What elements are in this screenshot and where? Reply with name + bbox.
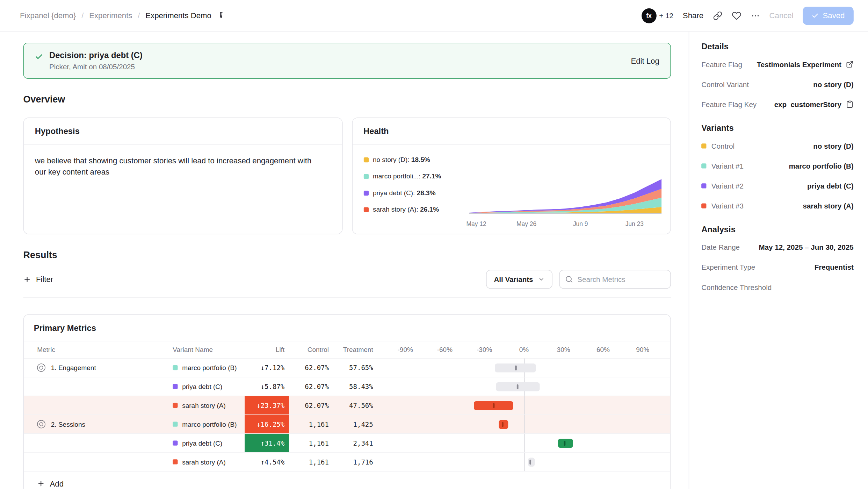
- copy-link-icon[interactable]: [713, 11, 722, 20]
- lift-value: ↑31.4%: [245, 434, 289, 452]
- metric-row[interactable]: sarah story (A)↓23.37%62.07%47.56%: [24, 396, 670, 415]
- lift-point-marker: [564, 440, 566, 445]
- variant-swatch: [701, 203, 706, 208]
- external-link-icon[interactable]: [846, 61, 854, 68]
- variant-swatch: [173, 403, 178, 408]
- hypothesis-text: we believe that showing customer stories…: [24, 144, 323, 189]
- metric-target-icon: [37, 363, 45, 372]
- variant-swatch: [173, 422, 178, 427]
- variant-name: sarah story (A): [182, 458, 226, 466]
- overview-cards: Hypothesis we believe that showing custo…: [23, 118, 671, 234]
- topbar: Fixpanel {demo} / Experiments / Experime…: [0, 0, 868, 31]
- analysis-rows: Date RangeMay 12, 2025 – Jun 30, 2025Exp…: [701, 237, 854, 297]
- legend-label: marco portfoli...: 27.1%: [373, 172, 441, 180]
- cancel-button[interactable]: Cancel: [769, 11, 794, 20]
- x-axis-label: Jun 9: [573, 221, 588, 227]
- variant-swatch: [173, 365, 178, 370]
- main-content: Decision: priya debt (C) Picker, Amit on…: [0, 31, 689, 489]
- sidebar-value: sarah story (A): [803, 201, 853, 210]
- breadcrumb-workspace[interactable]: Fixpanel {demo}: [20, 11, 76, 20]
- variant-cell: marco portfolio (B): [173, 415, 245, 433]
- sidebar-label: Variant #2: [701, 182, 744, 190]
- breadcrumb-separator: /: [138, 11, 140, 20]
- metric-name: 2. Sessions: [51, 420, 85, 428]
- health-chart: May 12May 26Jun 9Jun 23: [462, 150, 666, 232]
- sidebar-value: no story (D): [813, 80, 854, 88]
- treatment-value: 1,716: [333, 453, 378, 471]
- decision-check-icon: [35, 52, 43, 61]
- sidebar-value: Frequentist: [815, 263, 854, 271]
- topbar-actions: fx + 12 Share Cancel Saved: [642, 6, 854, 24]
- legend-item: priya debt (C): 28.3%: [363, 189, 462, 197]
- column-lift: Lift: [245, 341, 289, 358]
- treatment-value: 47.56%: [333, 396, 378, 414]
- zero-axis-line: [524, 453, 525, 471]
- add-filter-button[interactable]: Filter: [23, 275, 53, 284]
- metrics-table-body: 1. Engagementmarco portfolio (B)↓7.12%62…: [24, 359, 670, 472]
- lift-point-marker: [515, 365, 517, 370]
- metric-row[interactable]: priya debt (C)↑31.4%1,1612,341: [24, 434, 670, 453]
- legend-item: marco portfoli...: 27.1%: [363, 172, 462, 180]
- control-value: 62.07%: [289, 377, 333, 396]
- breadcrumb-experiments[interactable]: Experiments: [89, 11, 132, 20]
- variant-cell: priya debt (C): [173, 434, 245, 452]
- saved-label: Saved: [823, 11, 845, 20]
- add-metric-button[interactable]: Add: [24, 472, 73, 489]
- axis-tick-label: -90%: [397, 346, 413, 354]
- overview-heading: Overview: [23, 94, 671, 105]
- add-label: Add: [50, 479, 64, 488]
- plus-icon: [37, 480, 45, 488]
- confidence-interval-cell: [377, 377, 670, 396]
- legend-label: priya debt (C): 28.3%: [373, 189, 436, 197]
- sidebar-label: Variant #3: [701, 201, 744, 210]
- lift-point-marker: [502, 422, 504, 427]
- search-icon: [565, 275, 573, 283]
- lift-point-marker: [493, 403, 494, 408]
- details-heading: Details: [701, 42, 854, 51]
- check-icon: [812, 12, 819, 19]
- sidebar-label: Feature Flag: [701, 60, 742, 69]
- favorite-heart-icon[interactable]: [732, 11, 741, 20]
- control-value: 1,161: [289, 434, 333, 452]
- control-value: 62.07%: [289, 359, 333, 377]
- legend-item: no story (D): 18.5%: [363, 156, 462, 163]
- decision-title: Decision: priya debt (C): [49, 50, 143, 60]
- variant-name: marco portfolio (B): [182, 364, 237, 371]
- primary-metrics-title: Primary Metrics: [24, 315, 670, 341]
- confidence-interval-cell: [377, 415, 670, 433]
- edit-log-button[interactable]: Edit Log: [631, 56, 659, 65]
- health-chart-x-axis: May 12May 26Jun 9Jun 23: [469, 219, 661, 230]
- metric-row[interactable]: 1. Engagementmarco portfolio (B)↓7.12%62…: [24, 359, 670, 377]
- metric-row[interactable]: 2. Sessionsmarco portfolio (B)↓16.25%1,1…: [24, 415, 670, 434]
- more-options-icon[interactable]: [751, 11, 760, 20]
- axis-tick-label: 30%: [557, 346, 570, 354]
- column-metric: Metric: [37, 341, 173, 358]
- variant-filter-dropdown[interactable]: All Variants: [486, 270, 552, 289]
- share-button[interactable]: Share: [683, 11, 703, 20]
- test-tube-icon: [217, 11, 225, 20]
- hypothesis-card: Hypothesis we believe that showing custo…: [23, 118, 342, 234]
- sidebar-value: May 12, 2025 – Jun 30, 2025: [759, 243, 853, 251]
- divider: [23, 297, 671, 298]
- confidence-interval-cell: [377, 396, 670, 414]
- metric-row[interactable]: sarah story (A)↑4.54%1,1611,716: [24, 453, 670, 472]
- variant-swatch: [173, 440, 178, 445]
- collaborators-count[interactable]: + 12: [659, 11, 673, 20]
- avatar[interactable]: fx: [642, 8, 657, 23]
- x-axis-label: Jun 23: [625, 221, 644, 227]
- analysis-row: Experiment TypeFrequentist: [701, 257, 854, 277]
- search-metrics: [559, 270, 671, 289]
- legend-label: no story (D): 18.5%: [373, 156, 430, 163]
- details-row: Feature Flag Keyexp_customerStory: [701, 94, 854, 114]
- column-variant-name: Variant Name: [173, 341, 245, 358]
- variant-row: Variant #3sarah story (A): [701, 196, 854, 215]
- collaborators: fx + 12: [642, 8, 673, 23]
- legend-item: sarah story (A): 26.1%: [363, 206, 462, 213]
- metric-cell: 1. Engagement: [37, 359, 173, 377]
- metric-row[interactable]: priya debt (C)↓5.87%62.07%58.43%: [24, 377, 670, 396]
- breadcrumb-current[interactable]: Experiments Demo: [145, 11, 211, 20]
- lift-value: ↓23.37%: [245, 396, 289, 414]
- search-metrics-input[interactable]: [577, 275, 665, 284]
- clipboard-icon[interactable]: [846, 100, 854, 108]
- saved-button[interactable]: Saved: [803, 6, 854, 24]
